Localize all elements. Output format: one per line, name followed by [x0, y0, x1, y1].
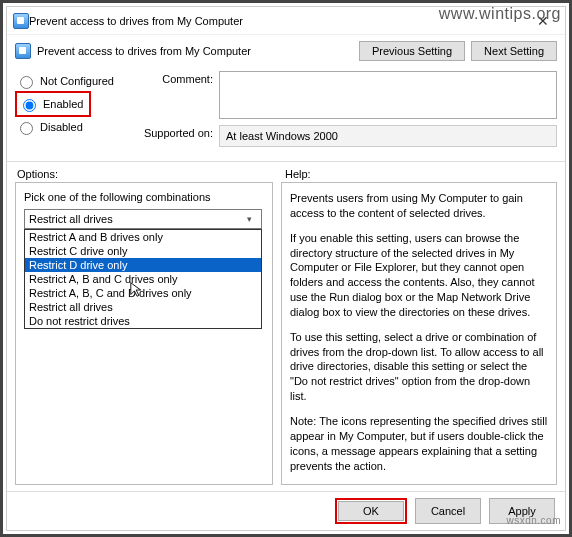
dialog-window: Prevent access to drives from My Compute… [6, 6, 566, 531]
combo-selected[interactable]: Restrict all drives ▾ [24, 209, 262, 229]
combo-dropdown[interactable]: Restrict A and B drives onlyRestrict C d… [24, 229, 262, 329]
options-prompt: Pick one of the following combinations [24, 191, 264, 203]
radio-label: Enabled [43, 98, 83, 110]
help-text: If you enable this setting, users can br… [290, 231, 548, 320]
help-text: Note: The icons representing the specifi… [290, 414, 548, 473]
combo-item[interactable]: Restrict C drive only [25, 244, 261, 258]
title-bar: Prevent access to drives from My Compute… [7, 7, 565, 35]
close-button[interactable]: ✕ [527, 13, 559, 29]
options-pane: Pick one of the following combinations R… [15, 182, 273, 485]
state-radios: Not Configured Enabled Disabled [15, 71, 125, 153]
ok-button[interactable]: OK [338, 501, 404, 521]
help-text: Also, this setting does not prevent user… [290, 483, 548, 485]
comment-label: Comment: [133, 71, 213, 119]
chevron-down-icon: ▾ [241, 214, 257, 224]
radio-enabled[interactable]: Enabled [18, 94, 83, 114]
radio-disabled[interactable]: Disabled [15, 117, 125, 137]
panes: Pick one of the following combinations R… [7, 182, 565, 491]
combo-item[interactable]: Restrict all drives [25, 300, 261, 314]
help-pane: Prevents users from using My Computer to… [281, 182, 557, 485]
combo-item[interactable]: Restrict A, B and C drives only [25, 272, 261, 286]
help-label: Help: [285, 168, 311, 180]
radio-input[interactable] [20, 122, 33, 135]
combo-item[interactable]: Restrict A, B, C and D drives only [25, 286, 261, 300]
radio-input[interactable] [20, 76, 33, 89]
config-section: Not Configured Enabled Disabled Comment:… [7, 67, 565, 162]
supported-value: At least Windows 2000 [219, 125, 557, 147]
footer: OK Cancel Apply [7, 491, 565, 530]
next-setting-button[interactable]: Next Setting [471, 41, 557, 61]
combo-item[interactable]: Restrict D drive only [25, 258, 261, 272]
radio-not-configured[interactable]: Not Configured [15, 71, 125, 91]
radio-input[interactable] [23, 99, 36, 112]
apply-button[interactable]: Apply [489, 498, 555, 524]
combo-item[interactable]: Restrict A and B drives only [25, 230, 261, 244]
radio-label: Disabled [40, 121, 83, 133]
options-label: Options: [17, 168, 275, 180]
policy-name: Prevent access to drives from My Compute… [37, 45, 251, 57]
supported-label: Supported on: [133, 125, 213, 147]
combo-item[interactable]: Do not restrict drives [25, 314, 261, 328]
comment-textarea[interactable] [219, 71, 557, 119]
previous-setting-button[interactable]: Previous Setting [359, 41, 465, 61]
combo-selected-text: Restrict all drives [29, 213, 241, 225]
policy-icon [13, 13, 29, 29]
radio-label: Not Configured [40, 75, 114, 87]
cancel-button[interactable]: Cancel [415, 498, 481, 524]
help-text: To use this setting, select a drive or c… [290, 330, 548, 404]
drives-combo[interactable]: Restrict all drives ▾ Restrict A and B d… [24, 209, 262, 229]
pane-labels: Options: Help: [7, 162, 565, 182]
policy-icon [15, 43, 31, 59]
window-title: Prevent access to drives from My Compute… [29, 15, 527, 27]
help-text: Prevents users from using My Computer to… [290, 191, 548, 221]
header-row: Prevent access to drives from My Compute… [7, 35, 565, 67]
